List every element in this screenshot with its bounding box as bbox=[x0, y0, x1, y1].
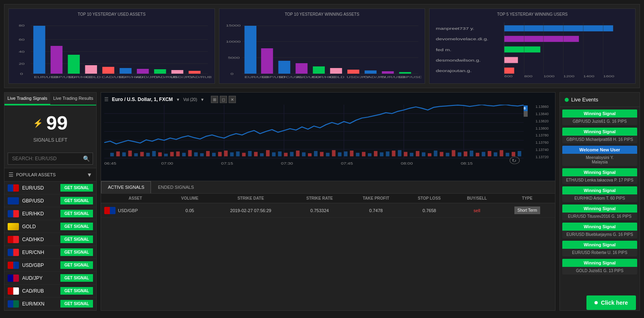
svg-text:manpreet737 y.: manpreet737 y. bbox=[436, 27, 475, 31]
svg-rect-129 bbox=[326, 153, 330, 157]
chart-tool-2[interactable]: ◻ bbox=[220, 96, 227, 103]
get-signal-btn-cadhkd[interactable]: GET SIGNAL bbox=[60, 235, 93, 243]
asset-name: AUD/JPY bbox=[22, 275, 43, 281]
svg-text:07:30: 07:30 bbox=[281, 162, 293, 165]
asset-item: GOLD GET SIGNAL bbox=[4, 220, 96, 233]
get-signal-btn-gbpusd[interactable]: GET SIGNAL bbox=[60, 197, 93, 204]
event-card-8-header: Winning Signal bbox=[562, 241, 637, 249]
svg-rect-16 bbox=[137, 69, 149, 74]
svg-rect-65 bbox=[504, 46, 541, 52]
center-panel: ☰ Euro / U.S. Dollar, 1, FXCM ▼ Vol (20)… bbox=[101, 92, 555, 311]
svg-rect-148 bbox=[440, 152, 444, 156]
tab-active-signals[interactable]: ACTIVE SIGNALS bbox=[101, 181, 151, 193]
svg-rect-103 bbox=[170, 152, 174, 156]
svg-rect-99 bbox=[146, 153, 150, 157]
svg-rect-39 bbox=[261, 48, 273, 74]
tab-live-signals[interactable]: Live Trading Signals bbox=[4, 93, 50, 105]
col-strike-rate: STRIKE RATE bbox=[291, 194, 348, 203]
get-signal-btn-gold[interactable]: GET SIGNAL bbox=[60, 223, 93, 230]
event-card-4-body: ETH/USD Lenka.takacova P. 17 PIPS bbox=[562, 176, 637, 184]
tab-live-results[interactable]: Live Trading Results bbox=[50, 93, 96, 105]
event-card-9: Winning Signal GOLD Juzis61 G. 13 PIPS bbox=[562, 259, 637, 275]
svg-text:GOLD: GOLD bbox=[329, 75, 344, 79]
svg-text:1000: 1000 bbox=[544, 75, 555, 78]
svg-rect-102 bbox=[164, 154, 168, 157]
asset-name: USD/GBP bbox=[22, 262, 44, 268]
download-icon[interactable]: ▼ bbox=[87, 171, 92, 178]
event-card-7-body: EUR/USD Bluebluejayms G. 16 PIPS bbox=[562, 231, 637, 238]
svg-rect-112 bbox=[224, 151, 228, 156]
chart-dropdown-icon[interactable]: ▼ bbox=[176, 97, 180, 102]
vol-dropdown[interactable]: ▼ bbox=[200, 97, 204, 102]
svg-rect-153 bbox=[470, 151, 473, 156]
svg-rect-147 bbox=[434, 151, 438, 156]
svg-rect-136 bbox=[368, 153, 372, 157]
svg-rect-105 bbox=[182, 153, 186, 157]
svg-rect-146 bbox=[428, 153, 431, 157]
asset-item: CAD/HKD GET SIGNAL bbox=[4, 233, 96, 246]
event-card-9-header: Winning Signal bbox=[562, 259, 637, 267]
svg-rect-44 bbox=[347, 70, 359, 74]
get-signal-btn-audjpy[interactable]: GET SIGNAL bbox=[60, 274, 93, 282]
chart-tool-3[interactable]: ✕ bbox=[229, 96, 236, 103]
chart-header: ☰ Euro / U.S. Dollar, 1, FXCM ▼ Vol (20)… bbox=[104, 96, 552, 103]
get-signal-btn-usdgbp[interactable]: GET SIGNAL bbox=[60, 261, 93, 269]
get-signal-btn-eurhkd[interactable]: GET SIGNAL bbox=[60, 210, 93, 217]
get-signal-btn-eurusd[interactable]: GET SIGNAL bbox=[60, 184, 93, 192]
flag-aud-jpy bbox=[8, 275, 19, 282]
event-card-4: Winning Signal ETH/USD Lenka.takacova P.… bbox=[562, 168, 637, 184]
get-signal-btn-cadrub[interactable]: GET SIGNAL bbox=[60, 287, 93, 295]
asset-item: GBP/USD GET SIGNAL bbox=[4, 194, 96, 207]
asset-item: EUR/MXN GET SIGNAL bbox=[4, 297, 96, 310]
click-here-button[interactable]: Click here bbox=[586, 295, 636, 310]
svg-rect-141 bbox=[398, 150, 401, 157]
svg-rect-114 bbox=[236, 151, 239, 156]
short-term-btn[interactable]: Short Term bbox=[514, 206, 541, 214]
chart-tool-1[interactable]: ⊞ bbox=[211, 96, 218, 103]
svg-rect-111 bbox=[218, 152, 222, 156]
svg-rect-43 bbox=[330, 68, 342, 74]
svg-text:5000: 5000 bbox=[228, 56, 239, 60]
svg-text:1400: 1400 bbox=[583, 75, 594, 78]
svg-rect-135 bbox=[362, 152, 365, 156]
top-charts-section: ⤢ TOP 10 YESTERDAY USED ASSETS 80 60 40 … bbox=[4, 4, 640, 88]
svg-rect-115 bbox=[242, 153, 246, 157]
tab-ended-signals[interactable]: ENDED SIGNALS bbox=[151, 181, 200, 193]
svg-text:desmondwilson.g.: desmondwilson.g. bbox=[436, 59, 481, 62]
svg-rect-155 bbox=[482, 152, 485, 156]
signals-number: 99 bbox=[46, 112, 68, 134]
popular-assets-label: POPULAR ASSETS bbox=[16, 172, 56, 177]
asset-item: EUR/HKD GET SIGNAL bbox=[4, 207, 96, 220]
flag-usdgbp-table bbox=[104, 207, 116, 214]
flag-eur-mxn bbox=[8, 300, 19, 308]
col-strike-date: STRIKE DATE bbox=[210, 194, 291, 203]
cell-asset: USD/GBP bbox=[101, 203, 169, 218]
svg-rect-18 bbox=[171, 70, 184, 74]
signal-table-area: ACTIVE SIGNALS ENDED SIGNALS ASSET VOLUM… bbox=[101, 181, 555, 218]
svg-rect-120 bbox=[272, 152, 276, 156]
svg-rect-143 bbox=[410, 153, 413, 157]
main-area: Live Trading Signals Live Trading Result… bbox=[4, 92, 640, 311]
cell-take-profit: 0.7478 bbox=[348, 203, 404, 218]
price-chart-container: ☰ Euro / U.S. Dollar, 1, FXCM ▼ Vol (20)… bbox=[101, 93, 555, 181]
get-signal-btn-eurcnh[interactable]: GET SIGNAL bbox=[60, 248, 93, 256]
col-buy-sell: BUY/SELL bbox=[454, 194, 500, 203]
search-input[interactable] bbox=[8, 153, 93, 165]
chart-used-assets: TOP 10 YESTERDAY USED ASSETS 80 60 40 20… bbox=[8, 8, 215, 84]
svg-rect-140 bbox=[392, 151, 396, 156]
event-card-3: Welcome New User Meenaloysini Y.Malaysia bbox=[562, 146, 637, 166]
svg-rect-156 bbox=[488, 151, 491, 156]
cell-strike-date: 2019-02-27 07:56:29 bbox=[210, 203, 291, 218]
svg-rect-151 bbox=[458, 152, 461, 156]
chart-winning-users: TOP 5 YESTERDAY WINNING USERS manpreet73… bbox=[429, 8, 636, 84]
svg-rect-130 bbox=[332, 150, 336, 157]
svg-rect-132 bbox=[344, 151, 347, 156]
svg-rect-42 bbox=[313, 66, 325, 74]
flag-eur-cnh bbox=[8, 249, 19, 256]
asset-name: EUR/HKD bbox=[22, 211, 44, 217]
svg-rect-154 bbox=[476, 153, 479, 157]
popular-assets-header: ☰ POPULAR ASSETS ▼ bbox=[4, 168, 96, 182]
asset-item: CAD/RUB GET SIGNAL bbox=[4, 285, 96, 297]
get-signal-btn-eurmxn[interactable]: GET SIGNAL bbox=[60, 300, 93, 308]
event-card-1-body: GBP/USD Juzis61 G. 16 PIPS bbox=[562, 118, 637, 125]
